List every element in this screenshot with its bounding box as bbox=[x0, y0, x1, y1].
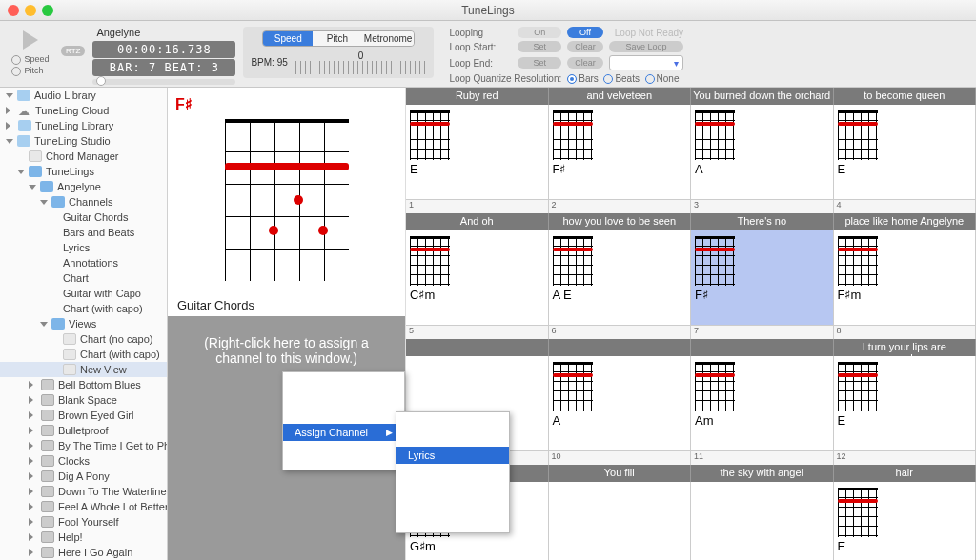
submenu-item[interactable]: Guitar Chords bbox=[396, 412, 509, 430]
sidebar-item[interactable]: Fool Yourself bbox=[0, 514, 167, 530]
loop-start-set[interactable]: Set bbox=[518, 41, 561, 52]
sidebar-item[interactable]: Bulletproof bbox=[0, 423, 167, 438]
loop-off-button[interactable]: Off bbox=[567, 27, 603, 38]
disclosure-icon[interactable] bbox=[29, 488, 37, 495]
submenu-item[interactable]: Annotations bbox=[396, 464, 509, 481]
loop-end-set[interactable]: Set bbox=[518, 57, 561, 69]
sidebar-item[interactable]: Chord Manager bbox=[0, 149, 167, 164]
disclosure-icon[interactable] bbox=[6, 107, 14, 114]
sidebar-item[interactable]: Chart (with capo) bbox=[0, 347, 167, 362]
disclosure-icon[interactable] bbox=[40, 322, 48, 327]
menu-item[interactable]: Assign Channel▶ bbox=[283, 424, 404, 441]
disclosure-icon[interactable] bbox=[17, 170, 25, 174]
submenu-item[interactable]: Guitar with Capo bbox=[396, 498, 509, 515]
disclosure-icon[interactable] bbox=[6, 93, 13, 98]
sidebar-item[interactable]: TuneLing Studio bbox=[0, 133, 167, 149]
disclosure-icon[interactable] bbox=[40, 200, 48, 205]
disclosure-icon[interactable] bbox=[29, 549, 37, 556]
sidebar-item[interactable]: Guitar Chords bbox=[0, 210, 167, 225]
sidebar-item[interactable]: New View bbox=[0, 362, 167, 377]
sidebar-item[interactable]: Bars and Beats bbox=[0, 225, 167, 240]
loop-on-button[interactable]: On bbox=[518, 27, 561, 38]
sidebar-item[interactable]: Blank Space bbox=[0, 392, 167, 408]
sidebar-item[interactable]: Bell Bottom Blues bbox=[0, 377, 167, 392]
disclosure-icon[interactable] bbox=[29, 472, 37, 480]
sidebar-item[interactable]: Lyrics bbox=[0, 240, 167, 255]
chord-cell[interactable]: A E bbox=[549, 230, 692, 325]
tab-pitch[interactable]: Pitch bbox=[313, 31, 362, 46]
chord-cell[interactable]: E bbox=[406, 105, 549, 199]
sidebar-item[interactable]: Help! bbox=[0, 530, 167, 545]
sidebar-item[interactable]: TuneLings bbox=[0, 164, 167, 179]
disclosure-icon[interactable] bbox=[29, 457, 37, 465]
menu-item[interactable]: Split Vertically bbox=[283, 390, 404, 407]
chord-cell[interactable]: E bbox=[834, 482, 977, 560]
disclosure-icon[interactable] bbox=[29, 396, 37, 404]
disclosure-icon[interactable] bbox=[29, 381, 37, 389]
library-sidebar[interactable]: Audio Library☁TuneLing CloudTuneLing Lib… bbox=[0, 88, 168, 560]
chord-cell[interactable]: Am bbox=[691, 356, 834, 450]
mode-pitch-radio[interactable]: Pitch bbox=[11, 65, 49, 76]
mode-speed-radio[interactable]: Speed bbox=[11, 53, 49, 65]
sidebar-item[interactable]: Channels bbox=[0, 194, 167, 210]
menu-item[interactable]: Split Horizontally bbox=[283, 372, 404, 390]
loop-select[interactable] bbox=[609, 55, 683, 70]
disclosure-icon[interactable] bbox=[29, 427, 37, 434]
chord-cell[interactable]: A bbox=[691, 105, 834, 199]
context-menu[interactable]: Split HorizontallySplit VerticallyRemove… bbox=[282, 371, 405, 470]
submenu-item[interactable]: Lyrics bbox=[396, 447, 509, 464]
sidebar-item[interactable]: Clocks bbox=[0, 453, 167, 469]
disclosure-icon[interactable] bbox=[6, 139, 13, 144]
sidebar-item[interactable]: Guitar with Capo bbox=[0, 286, 167, 301]
sidebar-item[interactable]: ☁TuneLing Cloud bbox=[0, 103, 167, 118]
loop-start-clear[interactable]: Clear bbox=[567, 41, 603, 52]
sidebar-item[interactable]: Chart (with capo) bbox=[0, 301, 167, 316]
chord-cell[interactable]: A bbox=[549, 356, 692, 450]
sidebar-item[interactable]: Dig A Pony bbox=[0, 469, 167, 484]
sidebar-item[interactable]: By The Time I Get to Phoenix bbox=[0, 438, 167, 453]
submenu-item[interactable]: Bars and Beats bbox=[396, 430, 509, 447]
sidebar-item[interactable]: Annotations bbox=[0, 255, 167, 270]
menu-item[interactable]: Show Fonts and Colors bbox=[283, 441, 404, 470]
disclosure-icon[interactable] bbox=[6, 122, 14, 130]
disclosure-icon[interactable] bbox=[29, 442, 37, 450]
assign-hint-pane[interactable]: (Right-click here to assign a channel to… bbox=[168, 316, 405, 560]
sidebar-item[interactable]: Angelyne bbox=[0, 179, 167, 194]
sidebar-item[interactable]: Chart bbox=[0, 270, 167, 286]
rtz-button[interactable]: RTZ bbox=[61, 46, 85, 56]
submenu-item[interactable]: Chart bbox=[396, 481, 509, 498]
chord-cell[interactable] bbox=[691, 482, 834, 560]
quant-beats-radio[interactable]: Beats bbox=[615, 73, 640, 84]
position-slider[interactable] bbox=[92, 79, 235, 85]
disclosure-icon[interactable] bbox=[29, 411, 37, 419]
sidebar-item[interactable]: Audio Library bbox=[0, 88, 167, 103]
chord-cell[interactable]: C♯m bbox=[406, 230, 549, 325]
disclosure-icon[interactable] bbox=[29, 533, 37, 541]
disclosure-icon[interactable] bbox=[29, 185, 36, 190]
save-loop-button[interactable]: Save Loop bbox=[609, 41, 683, 52]
submenu-item[interactable]: Chart (with capo) bbox=[396, 515, 509, 532]
sidebar-item[interactable]: Feel A Whole Lot Better bbox=[0, 499, 167, 514]
chord-cell[interactable]: E bbox=[834, 105, 977, 199]
disclosure-icon[interactable] bbox=[29, 503, 37, 510]
quant-none-radio[interactable]: None bbox=[657, 73, 680, 84]
chord-cell[interactable]: F♯ bbox=[691, 230, 834, 325]
play-button[interactable] bbox=[23, 30, 38, 50]
tab-speed[interactable]: Speed bbox=[263, 31, 313, 46]
sidebar-item[interactable]: Chart (no capo) bbox=[0, 331, 167, 347]
chord-cell[interactable]: F♯ bbox=[549, 105, 692, 199]
chord-cell[interactable]: E bbox=[834, 356, 977, 450]
bpm-slider[interactable] bbox=[295, 61, 427, 74]
chord-cell[interactable] bbox=[549, 482, 692, 560]
sidebar-item[interactable]: Brown Eyed Girl bbox=[0, 408, 167, 423]
loop-end-clear[interactable]: Clear bbox=[567, 57, 603, 69]
sidebar-item[interactable]: Down To The Waterline bbox=[0, 484, 167, 499]
disclosure-icon[interactable] bbox=[29, 518, 37, 526]
sidebar-item[interactable]: TuneLing Library bbox=[0, 118, 167, 133]
chord-cell[interactable]: F♯m bbox=[834, 230, 977, 325]
quant-bars-radio[interactable]: Bars bbox=[579, 73, 599, 84]
assign-channel-submenu[interactable]: Guitar ChordsBars and BeatsLyricsAnnotat… bbox=[396, 411, 510, 533]
sidebar-item[interactable]: Views bbox=[0, 316, 167, 331]
tab-metronome[interactable]: Metronome bbox=[362, 31, 415, 46]
menu-item[interactable]: Remove Pane bbox=[283, 407, 404, 424]
